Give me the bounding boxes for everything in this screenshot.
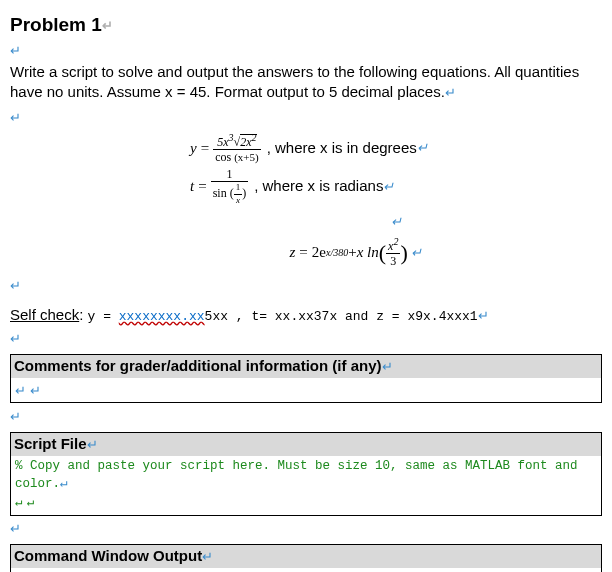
superscript: 2 xyxy=(252,132,257,143)
pilcrow-icon: ↵ xyxy=(30,382,41,400)
eq-lhs: z xyxy=(290,241,296,264)
equals-icon: = xyxy=(198,175,206,198)
self-check-expr: y = xxxxxxxx.xx5xx , t= xx.xx37x and z =… xyxy=(88,309,478,324)
frac-num: 1 xyxy=(211,168,249,183)
command-output-header: Command Window Output↵ xyxy=(11,545,601,568)
pilcrow-icon: ↵ xyxy=(10,42,21,60)
mono-text: 5xx , t= xx.xx37x and z = x9x.4xxx1 xyxy=(205,309,478,324)
fraction: 1 sin (1x) xyxy=(211,168,249,205)
pilcrow-icon: ↵ xyxy=(391,212,402,232)
equation-note: , where x is in degrees xyxy=(267,137,417,160)
underlined-value: xxxxxxxx.xx xyxy=(119,309,205,324)
pilcrow-icon: ↵ xyxy=(60,475,68,493)
pilcrow-icon: ↵ xyxy=(478,307,489,325)
pilcrow-icon: ↵ xyxy=(417,138,428,158)
pilcrow-icon: ↵ xyxy=(382,358,393,376)
function-name: cos xyxy=(215,150,231,164)
script-file-header: Script File↵ xyxy=(11,433,601,456)
equation-z: z = 2ex/380 + x ln(x23) ↵ xyxy=(110,236,602,269)
fraction: 5x3√2x2 cos (x+5) xyxy=(213,133,261,164)
self-check-label: Self check xyxy=(10,306,79,323)
superscript: x/380 xyxy=(326,245,348,260)
pilcrow-icon: ↵ xyxy=(383,177,394,197)
term: x ln xyxy=(357,241,379,264)
inner-den: x xyxy=(234,195,243,205)
header-text: Command Window Output xyxy=(14,547,202,564)
script-file-box: Script File↵ % Copy and paste your scrip… xyxy=(10,432,602,516)
frac-num-part: 5x xyxy=(217,135,228,149)
equation-y: y = 5x3√2x2 cos (x+5) , where x is in de… xyxy=(190,133,602,164)
inner-num: 1 xyxy=(234,183,243,194)
problem-title: Problem 1↵ xyxy=(10,12,602,38)
eq-lhs: y xyxy=(190,137,197,160)
eq-lhs: t xyxy=(190,175,194,198)
matlab-comment: % Copy and paste your script here. Must … xyxy=(15,459,578,491)
comments-box: Comments for grader/additional informati… xyxy=(10,354,602,404)
equals-icon: = xyxy=(299,241,307,264)
equation-note: , where x is radians xyxy=(254,175,383,198)
pilcrow-icon: ↵ xyxy=(87,436,98,454)
comments-header: Comments for grader/additional informati… xyxy=(11,355,601,378)
function-name: sin xyxy=(213,186,227,200)
intro-paragraph: Write a script to solve and output the a… xyxy=(10,62,602,103)
intro-text: Write a script to solve and output the a… xyxy=(10,63,579,100)
equals-icon: = xyxy=(201,137,209,160)
script-body: % Copy and paste your script here. Must … xyxy=(15,458,597,493)
pilcrow-icon: ↵ xyxy=(445,84,456,102)
pilcrow-icon: ↵ xyxy=(15,382,26,400)
pilcrow-icon: ↵ xyxy=(102,17,113,35)
header-text: Comments for grader/additional informati… xyxy=(14,357,382,374)
pilcrow-icon: ↵ xyxy=(411,243,422,263)
header-text: Script File xyxy=(14,435,87,452)
pilcrow-icon: ↵ xyxy=(10,330,21,348)
inner-den: 3 xyxy=(386,254,400,268)
plus-icon: + xyxy=(348,241,356,264)
equation-block: y = 5x3√2x2 cos (x+5) , where x is in de… xyxy=(190,133,602,269)
pilcrow-icon: ↵ xyxy=(10,520,21,538)
mono-text: y = xyxy=(88,309,119,324)
superscript: 2 xyxy=(393,236,398,247)
pilcrow-icon: ↵ xyxy=(10,277,21,295)
term: 2e xyxy=(312,241,326,264)
self-check-line: Self check: y = xxxxxxxx.xx5xx , t= xx.x… xyxy=(10,305,602,326)
function-arg: (x+5) xyxy=(234,151,259,163)
pilcrow-icon: ↵ xyxy=(10,109,21,127)
sqrt-radicand: 2x xyxy=(240,135,251,149)
pilcrow-icon: ↵ xyxy=(15,495,23,512)
colon: : xyxy=(79,306,87,323)
pilcrow-icon: ↵ xyxy=(27,495,35,512)
pilcrow-icon: ↵ xyxy=(202,548,213,566)
title-text: Problem 1 xyxy=(10,14,102,35)
command-output-box: Command Window Output↵ Copy and paste th… xyxy=(10,544,602,572)
equation-t: t = 1 sin (1x) , where x is radians↵ xyxy=(190,168,602,205)
pilcrow-icon: ↵ xyxy=(10,408,21,426)
